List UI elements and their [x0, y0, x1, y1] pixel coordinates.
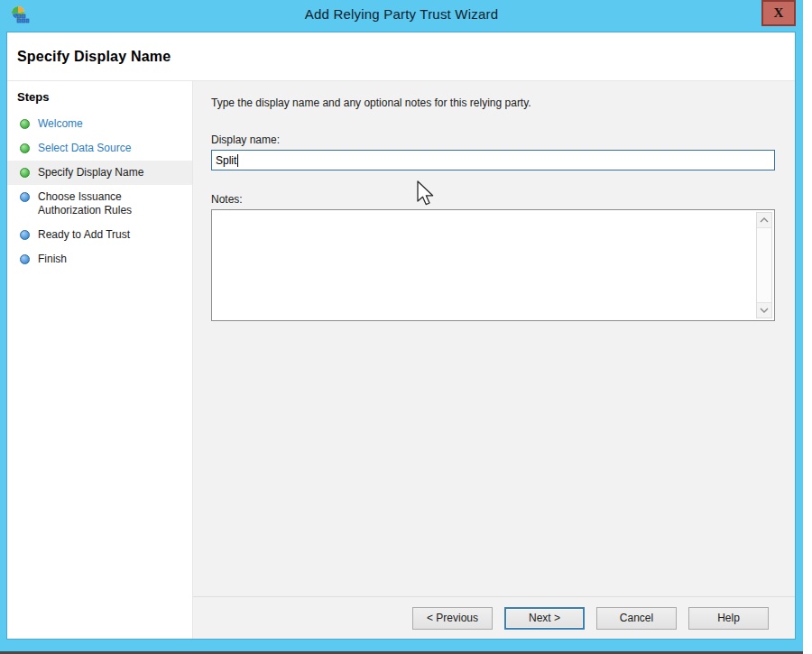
- help-button[interactable]: Help: [688, 607, 769, 630]
- display-name-input[interactable]: Split: [211, 150, 775, 170]
- close-button[interactable]: X: [761, 0, 796, 26]
- notes-scrollbar[interactable]: [756, 212, 772, 318]
- wizard-frame: Specify Display Name Steps Welcome Selec…: [6, 32, 796, 640]
- step-label: Ready to Add Trust: [38, 228, 130, 242]
- next-button[interactable]: Next >: [504, 607, 585, 630]
- cancel-button[interactable]: Cancel: [596, 607, 677, 630]
- sidebar-item-select-data-source[interactable]: Select Data Source: [7, 136, 192, 161]
- previous-button[interactable]: < Previous: [412, 607, 493, 630]
- step-complete-icon: [20, 143, 30, 153]
- page-header: Specify Display Name: [7, 32, 795, 81]
- sidebar-item-specify-display-name[interactable]: Specify Display Name: [7, 161, 192, 185]
- step-label: Specify Display Name: [38, 166, 143, 180]
- main-panel: Type the display name and any optional n…: [193, 81, 795, 596]
- chevron-up-icon[interactable]: [757, 213, 771, 228]
- step-pending-icon: [20, 230, 30, 240]
- display-name-value: Split: [216, 154, 236, 167]
- title-bar[interactable]: Add Relying Party Trust Wizard X: [0, 0, 803, 32]
- step-label: Choose Issuance Authorization Rules: [38, 190, 151, 217]
- notes-label: Notes:: [211, 193, 775, 206]
- step-complete-icon: [20, 168, 30, 178]
- wizard-window: Add Relying Party Trust Wizard X Specify…: [0, 0, 803, 654]
- sidebar-item-finish[interactable]: Finish: [7, 247, 192, 272]
- step-complete-icon: [20, 119, 30, 129]
- text-caret: [237, 154, 238, 167]
- steps-heading: Steps: [7, 88, 192, 112]
- step-pending-icon: [20, 254, 30, 264]
- step-label: Welcome: [38, 117, 83, 131]
- sidebar-item-choose-issuance-authorization-rules[interactable]: Choose Issuance Authorization Rules: [7, 185, 192, 223]
- notes-textarea[interactable]: [211, 209, 775, 321]
- page-title: Specify Display Name: [17, 49, 171, 65]
- sidebar-item-ready-to-add-trust[interactable]: Ready to Add Trust: [7, 223, 192, 247]
- window-title: Add Relying Party Trust Wizard: [0, 6, 803, 22]
- chevron-down-icon[interactable]: [757, 302, 771, 318]
- desktop: { "window": { "title": "Add Relying Part…: [0, 0, 812, 654]
- step-pending-icon: [20, 192, 30, 202]
- step-label: Select Data Source: [38, 142, 131, 155]
- main-column: Type the display name and any optional n…: [193, 81, 795, 639]
- step-label: Finish: [38, 253, 67, 266]
- content-row: Steps Welcome Select Data Source Specify…: [7, 81, 795, 639]
- close-icon: X: [774, 5, 784, 21]
- steps-sidebar: Steps Welcome Select Data Source Specify…: [7, 81, 193, 639]
- sidebar-item-welcome[interactable]: Welcome: [7, 112, 192, 136]
- wizard-button-bar: < Previous Next > Cancel Help: [193, 596, 795, 639]
- instruction-text: Type the display name and any optional n…: [211, 97, 775, 109]
- display-name-label: Display name:: [211, 134, 775, 146]
